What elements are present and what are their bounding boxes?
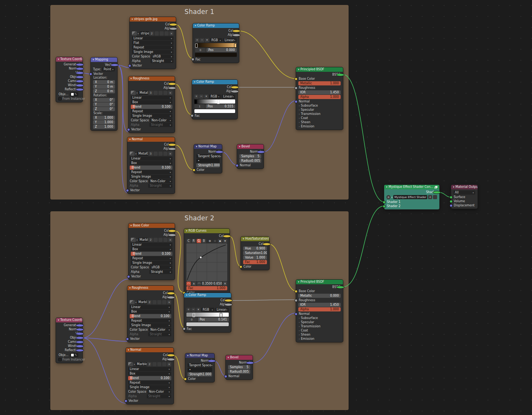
image-thumbnail-icon[interactable] (130, 152, 135, 156)
alpha-slider[interactable]: Alpha1.000 (298, 307, 341, 311)
color-space-select[interactable]: sRGB▾ (150, 265, 172, 269)
node-tree-icon[interactable]: ⊕ (386, 195, 391, 199)
node-texture-coordinate-2[interactable]: ▾Texture Coordinate Generated Normal UV … (56, 318, 82, 363)
unlink-icon[interactable]: × (167, 362, 171, 366)
socket-color-out[interactable] (231, 86, 239, 88)
ramp-options-button[interactable]: ▾ (204, 94, 208, 99)
projection-select[interactable]: Box▾ (130, 161, 172, 165)
open-image-folder-icon[interactable] (163, 238, 168, 242)
extension-select[interactable]: Repeat▾ (131, 109, 172, 113)
image-name-field[interactable]: stripes gel... (140, 31, 149, 36)
socket-shader1-in[interactable] (383, 201, 385, 203)
socket-window[interactable] (76, 345, 84, 347)
checkbox-icon[interactable] (59, 358, 61, 361)
collapse-icon[interactable]: ▾ (130, 76, 132, 81)
socket-reflection[interactable] (76, 349, 84, 352)
color-space-select[interactable]: sRGB▾ (151, 54, 174, 59)
chevron-down-icon[interactable]: ▾ (135, 152, 136, 155)
image-thumbnail-icon[interactable] (128, 362, 133, 366)
remove-stop-button[interactable]: − (199, 94, 203, 99)
open-image-folder-icon[interactable] (164, 31, 169, 36)
image-name-field[interactable]: Marble012... (137, 300, 147, 304)
fac-slider[interactable]: Fac1.000 (186, 286, 227, 290)
socket-vector-in[interactable] (127, 276, 130, 278)
target-select[interactable]: All▾ (453, 190, 475, 195)
node-color-ramp-2[interactable]: ▾Color Ramp Color Alpha + − ▾ RGB▾ Linea… (192, 80, 237, 119)
node-header[interactable]: ▾RGB Curves (184, 229, 230, 233)
socket-vector-in[interactable] (126, 189, 129, 192)
node-header[interactable]: ▾Normal (127, 137, 175, 142)
socket-normal-in[interactable] (225, 375, 227, 378)
point-y-field[interactable]: 0.650 (213, 282, 222, 286)
node-group-mystique-effect-shader-control[interactable]: ▾Mystique Effect Shader Control Shader ⊕… (384, 185, 439, 209)
node-image-texture-roughness-2[interactable]: ▾Roughness Color Alpha ▾ Marble012... 2 … (127, 286, 174, 342)
stop-index-field[interactable]: 0 (195, 48, 206, 52)
image-thumbnail-icon[interactable] (130, 300, 135, 304)
socket-alpha-out[interactable] (233, 34, 240, 36)
ior-slider[interactable]: IOR1.450 (298, 90, 341, 94)
remove-stop-button[interactable]: − (191, 308, 195, 312)
source-select[interactable]: Single Image▾ (132, 50, 174, 54)
gradient-stop-0[interactable] (192, 313, 195, 317)
remove-stop-button[interactable]: − (200, 38, 204, 42)
socket-vector-in[interactable] (125, 400, 127, 402)
color-mode-select[interactable]: RGB▾ (210, 38, 222, 42)
open-image-folder-icon[interactable] (162, 300, 166, 304)
panel-transmission[interactable]: ›Transmission (296, 324, 343, 328)
socket-reflection[interactable] (76, 88, 84, 91)
collapse-icon[interactable]: ▾ (187, 353, 189, 358)
rotation-z[interactable]: Z0° (93, 107, 115, 111)
interpolation-select[interactable]: Linear▾ (131, 96, 172, 100)
socket-alpha-out[interactable] (225, 304, 232, 306)
collapse-icon[interactable]: ▾ (298, 67, 299, 72)
interpolation-select[interactable]: Linear▾ (215, 308, 229, 312)
image-name-field[interactable]: Metal007_... (138, 91, 148, 95)
socket-color-out[interactable] (168, 230, 176, 232)
interpolation-select[interactable]: Linear▾ (130, 156, 172, 161)
fake-user-shield-icon[interactable] (155, 31, 159, 36)
socket-color-out[interactable] (169, 23, 177, 26)
panel-subsurface[interactable]: ›Subsurface (296, 104, 343, 108)
socket-camera[interactable] (76, 341, 84, 343)
new-image-icon[interactable] (158, 152, 163, 156)
add-stop-button[interactable]: + (186, 308, 191, 312)
ramp-options-button[interactable]: ▾ (196, 308, 200, 312)
gradient-stop-1[interactable] (220, 313, 222, 317)
fake-user-shield-icon[interactable] (152, 362, 157, 366)
unlink-icon[interactable]: × (167, 300, 171, 304)
node-header[interactable]: ▾Bevel (237, 144, 264, 149)
stop-position-slider[interactable]: Pos0.000 (206, 48, 237, 52)
socket-object[interactable] (76, 76, 84, 78)
socket-color-out[interactable] (223, 235, 231, 237)
socket-uv[interactable] (76, 72, 84, 74)
interpolation-select[interactable]: Linear▾ (131, 243, 172, 247)
socket-object[interactable] (76, 337, 84, 339)
collapse-icon[interactable]: ▾ (129, 286, 131, 290)
uv-map-field[interactable]: • (196, 159, 220, 163)
projection-select[interactable]: Box▾ (131, 247, 172, 251)
unlink-icon[interactable]: × (168, 91, 172, 95)
gradient-bar[interactable] (186, 313, 229, 317)
node-header[interactable]: ▾Principled BSDF (296, 280, 343, 284)
node-image-texture-base-color[interactable]: ▾Base Color Color Alpha ▾ Marble013... 2… (129, 223, 175, 280)
socket-shader2-in[interactable] (383, 205, 385, 208)
alpha-slider[interactable]: Alpha1.000 (298, 95, 341, 99)
fake-user-shield-icon[interactable] (154, 152, 158, 156)
strength-slider[interactable]: Strength1.000 (188, 372, 212, 376)
open-image-folder-icon[interactable] (162, 362, 166, 366)
projection-select[interactable]: Box▾ (128, 372, 171, 376)
panel-sheen[interactable]: ›Sheen (296, 333, 343, 337)
scale-z[interactable]: Z1.000 (93, 125, 115, 129)
socket-normal-in[interactable] (295, 313, 297, 315)
node-normal-map-1[interactable]: ▾Normal Map Normal Tangent Space▾ • Stre… (194, 144, 222, 173)
collapse-icon[interactable]: ▾ (196, 144, 197, 149)
socket-alpha-out[interactable] (168, 148, 176, 150)
rotation-y[interactable]: Y0° (93, 102, 115, 107)
add-stop-button[interactable]: + (195, 38, 199, 42)
channel-g-button[interactable]: G (197, 239, 201, 243)
object-picker[interactable]: ✎ (70, 353, 78, 357)
socket-alpha-out[interactable] (169, 28, 177, 30)
socket-normal-in[interactable] (295, 101, 297, 103)
node-bevel-2[interactable]: ▾Bevel Normal Samples5 Radius0.005 Norma… (226, 355, 253, 379)
metallic-slider[interactable]: Metallic0.000 (298, 294, 341, 298)
